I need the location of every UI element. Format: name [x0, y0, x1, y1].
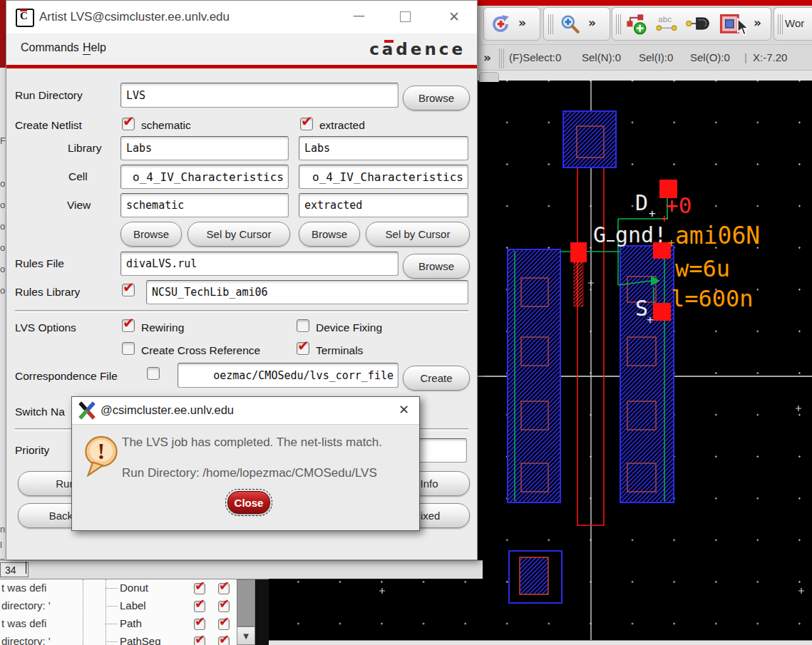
cell-schematic-input[interactable]: o_4_IV_Characteristics: [120, 165, 289, 189]
scroll-down-button[interactable]: ▼: [237, 626, 255, 645]
log-line: directory: ': [1, 635, 51, 645]
status-toolbar-row: » (F)Select:0 Sel(N):0 Sel(I):0 Sel(O):0…: [478, 44, 812, 71]
checkbox-visible[interactable]: ✔: [194, 619, 205, 630]
virtuoso-toolbar: » » abc: [478, 0, 812, 81]
extracted-browse-button[interactable]: Browse: [299, 222, 360, 247]
checkbox-selectable[interactable]: ✔: [218, 619, 230, 630]
background-value-field[interactable]: 34: [0, 562, 29, 577]
schematic-sel-by-cursor-button[interactable]: Sel by Cursor: [187, 222, 290, 247]
device-fixing-label: Device Fixing: [316, 321, 382, 334]
popup-message-line2: Run Directory: /home/lopezmac/CMOSedu/LV…: [122, 466, 377, 480]
minimize-button[interactable]: —: [353, 8, 365, 22]
tree-connector: [106, 641, 118, 642]
tree-scrollbar[interactable]: ▼: [237, 579, 255, 645]
menu-help[interactable]: Help: [83, 41, 106, 54]
rewiring-checkbox[interactable]: ✔: [122, 319, 135, 332]
cell-extracted-input[interactable]: o_4_IV_Characteristics: [299, 165, 468, 189]
checkbox-selectable[interactable]: ✔: [218, 636, 230, 645]
correspondence-file-checkbox[interactable]: [147, 367, 160, 380]
sliver-glyph: F: [0, 135, 6, 146]
check-icon: ✔: [219, 631, 230, 645]
dialog-title: Artist LVS@csimcluster.ee.unlv.edu: [39, 10, 230, 24]
run-directory-browse-button[interactable]: Browse: [403, 86, 470, 110]
log-line: directory: ': [1, 599, 51, 612]
view-extracted-input[interactable]: extracted: [299, 193, 468, 217]
dialog-menubar: Commands Help cadence: [6, 33, 477, 65]
screen: D + +0 + G gnd! + ami06N w=6u l=600n S +: [0, 0, 812, 645]
rules-library-input[interactable]: NCSU_TechLib_ami06: [146, 280, 468, 304]
tree-item-path[interactable]: Path: [120, 617, 142, 629]
label-g-pin: G: [593, 222, 606, 247]
rewiring-label: Rewiring: [141, 321, 184, 334]
checkbox-visible[interactable]: ✔: [194, 636, 205, 645]
sliver-glyph: o: [0, 221, 5, 232]
tree-item-pathseg[interactable]: PathSeg: [120, 635, 161, 645]
terminals-checkbox[interactable]: ✔: [297, 342, 309, 355]
library-schematic-input[interactable]: Labs: [120, 136, 289, 160]
schematic-checkbox[interactable]: ✔: [122, 118, 135, 130]
label-d-pin: D: [635, 190, 648, 215]
tree-connector: [106, 624, 118, 624]
extracted-checkbox[interactable]: ✔: [300, 118, 313, 130]
toolbar-group-zoom: »: [543, 7, 610, 41]
toolbar-grip[interactable]: [499, 48, 504, 68]
metal-strip-left: [508, 249, 560, 502]
library-extracted-input[interactable]: Labs: [299, 136, 468, 160]
popup-close-icon[interactable]: ✕: [399, 402, 409, 417]
extracted-sel-by-cursor-button[interactable]: Sel by Cursor: [366, 222, 470, 247]
run-directory-input[interactable]: LVS: [120, 83, 399, 108]
rules-file-browse-button[interactable]: Browse: [403, 254, 470, 279]
cadence-logo-bar: [384, 40, 394, 43]
menu-commands[interactable]: Commands: [21, 41, 79, 54]
correspondence-file-label: Correspondence File: [15, 370, 118, 383]
tree-guide-line: [83, 579, 83, 645]
tree-item-donut[interactable]: Donut: [120, 582, 148, 594]
close-button[interactable]: ✕: [448, 9, 460, 24]
checkbox-selectable[interactable]: ✔: [218, 601, 230, 612]
correspondence-create-button[interactable]: Create: [403, 366, 470, 391]
device-fixing-checkbox[interactable]: [297, 319, 309, 332]
cross-reference-checkbox[interactable]: [122, 342, 135, 355]
tree-item-label[interactable]: Label: [120, 599, 146, 612]
pin-square-source: [653, 303, 671, 321]
toolbar-overflow-chevron[interactable]: »: [754, 16, 761, 30]
lvs-complete-popup: @csimcluster.ee.unlv.edu ✕ ! The LVS job…: [71, 396, 420, 531]
check-icon: ✔: [219, 614, 230, 629]
zoom-in-icon[interactable]: [560, 14, 581, 35]
toolbar-grip[interactable]: [548, 14, 553, 34]
toolbar-overflow-chevron[interactable]: »: [588, 16, 596, 30]
schematic-browse-button[interactable]: Browse: [120, 222, 182, 247]
toolbar-grip[interactable]: [616, 14, 621, 34]
rules-library-checkbox[interactable]: ✔: [122, 284, 135, 296]
terminals-label: Terminals: [316, 344, 363, 357]
create-label-icon[interactable]: abc: [655, 14, 678, 34]
canvas-tab: [479, 72, 499, 82]
checkbox-selectable[interactable]: ✔: [218, 583, 230, 594]
view-schematic-input[interactable]: schematic: [120, 193, 289, 217]
toolbar-grip[interactable]: [778, 14, 783, 34]
refresh-icon[interactable]: [490, 14, 511, 35]
background-value: 34: [5, 564, 16, 576]
scrollbar-thumb[interactable]: [237, 579, 255, 626]
log-window-gap: [255, 579, 269, 645]
rules-file-input[interactable]: divaLVS.rul: [120, 252, 399, 276]
sliver-glyph: o: [0, 242, 5, 253]
maximize-button[interactable]: [400, 11, 411, 22]
dialog-titlebar[interactable]: C Artist LVS@csimcluster.ee.unlv.edu — ✕: [6, 1, 477, 34]
checkbox-visible[interactable]: ✔: [194, 601, 205, 612]
workspace-selector[interactable]: Wor: [785, 17, 804, 29]
probe-icon[interactable]: [685, 14, 712, 33]
tree-connector: [106, 606, 118, 607]
cross-reference-label: Create Cross Reference: [141, 344, 260, 357]
popup-titlebar[interactable]: @csimcluster.ee.unlv.edu ✕: [72, 397, 419, 425]
popup-close-button[interactable]: Close: [227, 491, 270, 514]
log-window: t was defi directory: ' t was defi direc…: [0, 579, 269, 645]
toolbar-overflow-chevron[interactable]: »: [483, 51, 491, 65]
checkbox-visible[interactable]: ✔: [194, 583, 205, 594]
label-net-gnd: gnd!: [615, 222, 667, 247]
priority-label: Priority: [15, 444, 49, 457]
correspondence-file-input[interactable]: oezmac/CMOSedu/lvs_corr_file: [178, 363, 399, 388]
create-via-icon[interactable]: [625, 13, 647, 36]
library-label: Library: [68, 142, 101, 155]
toolbar-overflow-chevron[interactable]: »: [518, 16, 526, 30]
